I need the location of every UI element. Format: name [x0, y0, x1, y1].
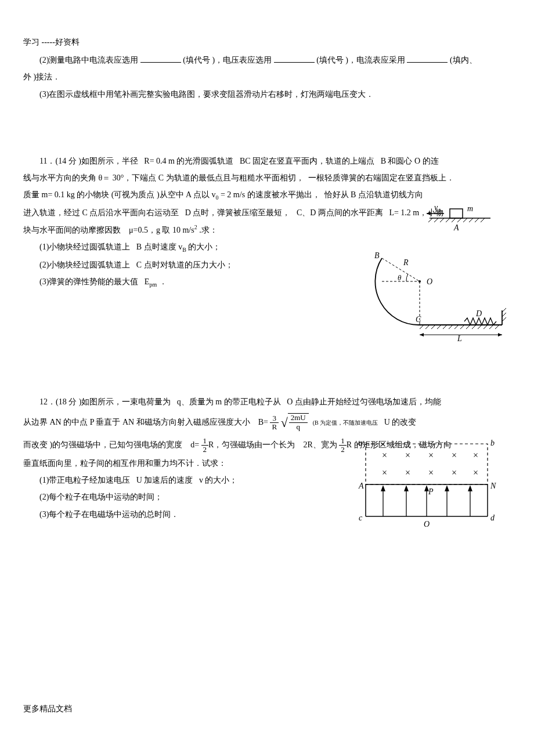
svg-line-32 — [495, 325, 499, 329]
text: U 的改变 — [384, 418, 417, 426]
svg-marker-56 — [381, 486, 385, 491]
text: (填代号 )，电压表应选用 — [183, 56, 272, 64]
page-footer: 更多精品文档 — [23, 701, 511, 716]
label-v0: v0 — [434, 203, 441, 214]
svg-line-28 — [472, 325, 476, 329]
svg-text:×: × — [382, 468, 387, 478]
svg-line-25 — [454, 325, 459, 329]
svg-line-10 — [463, 218, 467, 222]
label-B: B — [374, 251, 380, 260]
text: 进入轨道，经过 C 点后沿水平面向右运动至 — [23, 208, 179, 217]
svg-line-19 — [420, 325, 424, 329]
q12-figure: a b A N ××××× ××××× c d P — [354, 435, 499, 540]
text: 而改变 )的匀强磁场中，已知匀强电场的宽度 — [23, 440, 182, 449]
text: C 点时对轨道的压力大小； — [136, 261, 233, 269]
text: 块与水平面间的动摩擦因数 — [23, 226, 121, 234]
svg-marker-39 — [498, 333, 502, 337]
fraction-1-2: 1 2 — [201, 437, 209, 454]
svg-marker-62 — [445, 486, 449, 491]
blank-voltmeter — [274, 55, 315, 63]
label-theta: θ — [398, 273, 402, 282]
text: d= — [190, 440, 199, 449]
text: BC 固定在竖直平面内，轨道的上端点 — [240, 157, 374, 165]
svg-marker-38 — [420, 333, 424, 337]
svg-rect-2 — [450, 209, 463, 218]
svg-line-30 — [484, 325, 488, 329]
svg-line-34 — [502, 308, 506, 312]
text: 2R、宽为 — [303, 440, 337, 449]
label-O2: O — [424, 520, 430, 529]
label-R: R — [403, 258, 409, 267]
label-O: O — [427, 277, 432, 286]
text: 12．(18 分 )如图所示，一束电荷量为 — [39, 397, 171, 406]
svg-line-36 — [502, 317, 506, 321]
svg-marker-64 — [468, 486, 472, 491]
text: B= — [258, 418, 268, 426]
svg-text:×: × — [473, 450, 478, 460]
q11-figure: v0 m A B R θ O — [360, 203, 511, 348]
q-top-line3: (3)在图示虚线框中用笔补画完整实验电路图，要求变阻器滑动片右移时，灯泡两端电压… — [23, 87, 511, 102]
text: (1)小物块经过圆弧轨道上 — [39, 243, 130, 251]
svg-marker-1 — [427, 212, 431, 215]
svg-line-9 — [457, 218, 461, 222]
denominator: 2 — [201, 446, 209, 454]
blank-ammeter — [140, 55, 181, 63]
q11-l2: 线与水平方向的夹角 θ＝ 30°，下端点 C 为轨道的最低点且与粗糙水平面相切，… — [23, 171, 511, 185]
svg-line-20 — [425, 325, 430, 329]
svg-line-6 — [440, 218, 444, 222]
text: .求： — [199, 226, 218, 234]
svg-line-4 — [428, 218, 432, 222]
svg-line-24 — [449, 325, 453, 329]
q11-l1: 11．(14 分 )如图所示，半径 R= 0.4 m 的光滑圆弧轨道 BC 固定… — [23, 154, 511, 168]
text: (填内、 — [450, 56, 477, 64]
label-P: P — [428, 487, 434, 496]
sup-two: 2 — [194, 224, 197, 230]
sub-pm: pm — [149, 281, 157, 288]
svg-text:×: × — [428, 468, 434, 478]
q11-l3: 质量 m= 0.1 kg 的小物块 (可视为质点 )从空中 A 点以 v0 = … — [23, 187, 511, 203]
page-header: 学习 -----好资料 — [23, 35, 511, 49]
svg-line-12 — [475, 218, 479, 222]
text: q、质量为 m 的带正电粒子从 — [177, 397, 281, 406]
question-12: 12．(18 分 )如图所示，一束电荷量为 q、质量为 m 的带正电粒子从 O … — [23, 395, 511, 522]
q12-l2: 从边界 AN 的中点 P 垂直于 AN 和磁场方向射入磁感应强度大小 B= 3 … — [23, 411, 511, 435]
text: 一根轻质弹簧的右端固定在竖直挡板上． — [308, 173, 454, 182]
numerator: 1 — [201, 437, 209, 446]
text: (填代号 )，电流表应采用 — [316, 56, 405, 64]
text: B 和圆心 O 的连 — [381, 157, 439, 165]
denominator: q — [289, 423, 308, 431]
text: 11．(14 分 )如图所示，半径 — [39, 157, 138, 165]
svg-text:×: × — [452, 468, 457, 478]
svg-text:×: × — [473, 468, 478, 478]
fraction-1-2b: 1 2 — [339, 437, 347, 454]
fraction-3R: 3 R — [270, 414, 279, 432]
blank-method — [407, 55, 448, 63]
svg-line-11 — [469, 218, 473, 222]
text: (1)带正电粒子经加速电压 — [39, 476, 130, 484]
svg-text:×: × — [428, 450, 434, 460]
text: (2)小物块经过圆弧轨道上 — [39, 261, 130, 269]
text: R= 0.4 m 的光滑圆弧轨道 — [144, 157, 233, 165]
svg-line-29 — [478, 325, 482, 329]
label-c: c — [359, 513, 363, 522]
text: 的大小； — [188, 243, 221, 251]
svg-line-7 — [446, 218, 450, 222]
denominator: R — [270, 423, 279, 431]
svg-line-5 — [434, 218, 438, 222]
label-a: a — [359, 439, 363, 447]
label-L: L — [457, 334, 462, 343]
text: (B 为定值，不随加速电压 — [313, 419, 378, 426]
svg-line-22 — [437, 325, 441, 329]
numerator: 2mU — [289, 414, 308, 422]
sqrt-2mUq: √ 2mU q — [281, 411, 309, 435]
text: μ=0.5，g 取 10 m/s — [129, 226, 194, 234]
svg-line-35 — [502, 313, 506, 317]
svg-text:×: × — [405, 468, 410, 478]
text: 从边界 AN 的中点 P 垂直于 AN 和磁场方向射入磁感应强度大小 — [23, 418, 250, 426]
text: ． — [159, 277, 167, 286]
svg-line-27 — [466, 325, 470, 329]
sub-b: B — [182, 247, 186, 253]
text: 恰好从 B 点沿轨道切线方向 — [324, 190, 423, 199]
svg-line-31 — [489, 325, 493, 329]
text: U 加速后的速度 — [136, 476, 193, 484]
